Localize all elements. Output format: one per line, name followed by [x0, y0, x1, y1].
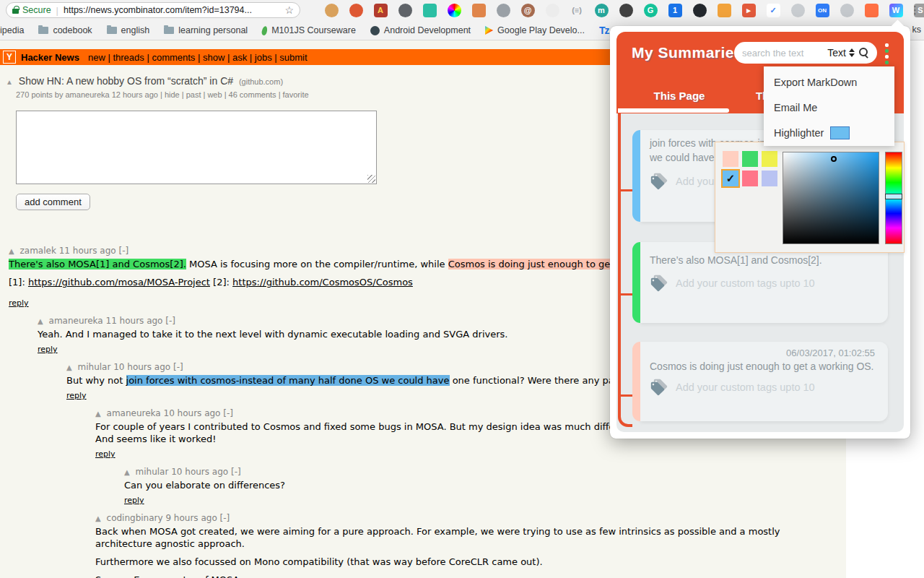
comment-age[interactable]: 10 hours ago — [113, 362, 170, 372]
search-icon[interactable] — [859, 48, 869, 58]
bookmark-item[interactable]: english — [107, 25, 150, 35]
upvote-arrow-icon[interactable]: ▲ — [9, 247, 14, 255]
comment-author[interactable]: amaneureka — [49, 316, 103, 326]
hootsuite-icon[interactable] — [715, 1, 733, 20]
color-wheel-icon[interactable] — [445, 1, 463, 20]
bookmark-item[interactable]: Google Play Develo... — [485, 25, 585, 35]
hn-nav-new[interactable]: new — [88, 52, 105, 63]
comment-age[interactable]: 9 hours ago — [165, 513, 217, 523]
hue-bar[interactable] — [885, 152, 902, 244]
comment-author[interactable]: mihular — [136, 467, 169, 477]
bookmark-item[interactable]: learning personal — [164, 25, 248, 35]
upvote-arrow-icon[interactable]: ▲ — [66, 363, 72, 371]
textarea-resize-grip[interactable] — [367, 175, 375, 183]
upvote-arrow-icon[interactable]: ▲ — [38, 317, 43, 325]
popup-menu-icon[interactable] — [885, 43, 889, 64]
hn-nav-ask[interactable]: ask — [232, 52, 247, 63]
reply-link[interactable]: reply — [66, 391, 87, 400]
reply-link[interactable]: reply — [38, 345, 58, 354]
comment-author[interactable]: amaneureka — [107, 408, 161, 418]
tab-this-page[interactable]: This Page — [636, 90, 723, 102]
collapse-toggle[interactable]: [-] — [220, 513, 230, 523]
story-title[interactable]: Show HN: A new hobby OS from “scratch” i… — [19, 75, 233, 87]
tag-placeholder[interactable]: Add your custom tags upto 10 — [676, 381, 815, 393]
tag-input-row[interactable]: Add your custom tags upto 10 — [650, 275, 815, 291]
collapse-toggle[interactable]: [-] — [119, 246, 129, 256]
hn-nav-submit[interactable]: submit — [279, 52, 307, 63]
on-badge-icon[interactable]: ON — [813, 1, 832, 20]
gear-icon[interactable] — [396, 1, 414, 20]
reply-link[interactable]: reply — [9, 298, 29, 308]
atom-icon[interactable] — [837, 1, 856, 20]
bookmark-item[interactable]: Android Development — [370, 25, 471, 35]
bookmark-item[interactable]: codebook — [38, 25, 92, 35]
orange-ribbon-icon[interactable] — [862, 1, 881, 20]
hue-slider[interactable] — [885, 194, 902, 199]
at-circle-icon[interactable]: @ — [518, 1, 537, 20]
tag-input-row[interactable]: Add your custom tags upto 10 — [650, 379, 815, 395]
collapse-toggle[interactable]: [-] — [173, 362, 183, 372]
comment-textarea[interactable] — [16, 111, 377, 184]
highlight-color-swatch-1[interactable] — [742, 151, 758, 167]
story-domain[interactable]: (github.com) — [239, 77, 283, 86]
key-icon[interactable] — [788, 1, 807, 20]
cookie-icon[interactable] — [322, 1, 341, 20]
flag-icon[interactable]: ▸ — [739, 1, 758, 20]
comment-author[interactable]: mihular — [78, 362, 111, 372]
cosmos-link[interactable]: https://github.com/CosmosOS/Cosmos — [232, 277, 413, 288]
comment-author[interactable]: zamalek — [20, 246, 56, 256]
highlight-color-swatch-0[interactable] — [723, 151, 738, 167]
github-icon[interactable] — [690, 1, 709, 20]
add-comment-button[interactable]: add comment — [16, 194, 90, 210]
mongo-m-icon[interactable]: m — [592, 1, 611, 20]
search-input[interactable] — [742, 48, 823, 59]
chrome-menu-icon[interactable]: ⋮ — [910, 3, 920, 17]
tag-placeholder[interactable]: Add your custom tags upto 10 — [676, 277, 815, 289]
collapse-toggle[interactable]: [-] — [231, 467, 241, 477]
reply-link[interactable]: reply — [124, 496, 144, 505]
comment-age[interactable]: 10 hours ago — [171, 467, 228, 477]
hn-nav-threads[interactable]: threads — [113, 52, 144, 63]
color-wave-icon[interactable]: W — [886, 1, 905, 20]
dark-gear-icon[interactable] — [616, 1, 635, 20]
hn-nav-comments[interactable]: comments — [152, 52, 195, 63]
hn-logo[interactable]: Y — [3, 51, 16, 64]
highlight-color-swatch-4[interactable] — [742, 171, 758, 186]
onetab-badge-icon[interactable]: 1 — [666, 1, 684, 20]
gradient-marker[interactable] — [831, 156, 837, 162]
panda-icon[interactable] — [543, 1, 562, 20]
grammarly-icon[interactable]: G — [641, 1, 660, 20]
upvote-arrow-icon[interactable]: ▲ — [95, 514, 101, 522]
bookmark-item[interactable]: ipedia — [0, 25, 24, 35]
menu-item-highlighter[interactable]: Highlighter — [764, 120, 894, 145]
comment-author[interactable]: codingbinary — [107, 513, 163, 523]
hn-nav-jobs[interactable]: jobs — [255, 52, 272, 63]
bookmark-item[interactable]: Tz — [599, 25, 609, 36]
story-subtext[interactable]: 270 points by amaneureka 12 hours ago | … — [16, 90, 309, 99]
mosa-link[interactable]: https://github.com/mosa/MOSA-Project — [28, 277, 210, 288]
upvote-arrow-icon[interactable]: ▲ — [95, 410, 101, 418]
collapse-toggle[interactable]: [-] — [223, 408, 233, 418]
hn-brand[interactable]: Hacker News — [21, 52, 79, 63]
bookmark-item[interactable]: M101JS Courseware — [262, 25, 356, 35]
summary-card-peach[interactable]: 06/03/2017, 01:02:55 Cosmos is doing jus… — [632, 342, 888, 421]
camera-icon[interactable] — [494, 1, 513, 20]
duckduckgo-icon[interactable] — [346, 1, 365, 20]
highlight-color-swatch-5[interactable] — [762, 171, 777, 186]
menu-item-email-me[interactable]: Email Me — [764, 95, 894, 120]
highlight-color-swatch-2[interactable] — [762, 151, 777, 167]
upvote-arrow-icon[interactable]: ▲ — [6, 78, 13, 86]
url-text[interactable]: https://news.ycombinator.com/item?id=137… — [64, 5, 280, 15]
search-type-selector[interactable]: Text — [827, 47, 855, 59]
collapse-toggle[interactable]: [-] — [165, 316, 175, 326]
pipe-wrench-icon[interactable] — [469, 1, 488, 20]
upvote-arrow-icon[interactable]: ▲ — [124, 468, 130, 476]
comment-age[interactable]: 11 hours ago — [59, 246, 116, 256]
equals-badge-icon[interactable]: (≡) — [567, 1, 586, 20]
todo-check-icon[interactable]: ✓ — [764, 1, 783, 20]
eyedropper-icon[interactable] — [420, 1, 439, 20]
highlight-color-swatch-3[interactable]: ✓ — [723, 171, 738, 186]
address-bar[interactable]: Secure | https://news.ycombinator.com/it… — [6, 2, 300, 18]
comment-age[interactable]: 10 hours ago — [164, 408, 221, 418]
reply-link[interactable]: reply — [95, 449, 116, 459]
